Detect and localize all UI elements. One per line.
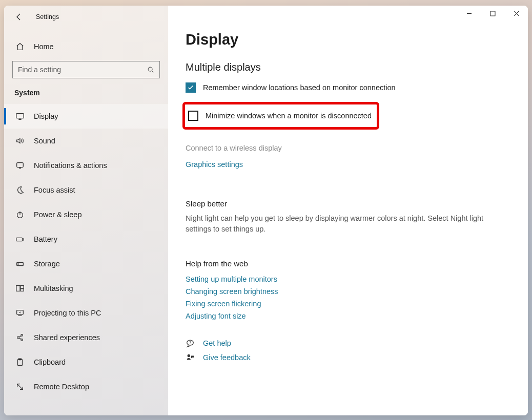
- svg-rect-16: [490, 11, 495, 16]
- speaker-icon: [15, 136, 25, 145]
- sidebar-item-label: Battery: [34, 235, 57, 243]
- highlighted-option: Minimize windows when a monitor is disco…: [182, 102, 379, 130]
- page-title: Display: [186, 31, 510, 48]
- help-link-font-size[interactable]: Adjusting font size: [186, 312, 510, 320]
- help-from-web-heading: Help from the web: [186, 259, 510, 268]
- battery-icon: [15, 235, 25, 244]
- sidebar: Settings Home Find a setting System Disp…: [4, 6, 168, 415]
- give-feedback-link[interactable]: Give feedback: [186, 353, 510, 362]
- sidebar-item-focus[interactable]: Focus assist: [4, 178, 168, 202]
- multiple-displays-heading: Multiple displays: [186, 61, 510, 73]
- notification-icon: [15, 161, 25, 170]
- main-pane: Display Multiple displays Remember windo…: [168, 6, 528, 415]
- sidebar-item-display[interactable]: Display: [4, 104, 168, 129]
- sidebar-item-storage[interactable]: Storage: [4, 251, 168, 276]
- svg-rect-14: [18, 360, 23, 366]
- checkbox-label: Minimize windows when a monitor is disco…: [206, 112, 372, 120]
- sidebar-item-label: Shared experiences: [34, 333, 100, 342]
- connect-wireless-display-link[interactable]: Connect to a wireless display: [186, 144, 510, 152]
- back-button[interactable]: [14, 12, 24, 22]
- home-icon: [15, 42, 25, 51]
- minimize-button[interactable]: [457, 6, 481, 21]
- search-input[interactable]: Find a setting: [12, 61, 160, 78]
- remote-icon: [15, 382, 25, 391]
- svg-text:?: ?: [189, 341, 191, 344]
- clipboard-icon: [15, 358, 25, 367]
- sidebar-item-shared[interactable]: Shared experiences: [4, 325, 168, 350]
- svg-rect-8: [21, 286, 24, 288]
- nav-list: Display Sound Notifications & actions Fo…: [4, 104, 168, 399]
- sidebar-item-label: Projecting to this PC: [34, 309, 101, 317]
- close-button[interactable]: [504, 6, 528, 21]
- power-icon: [15, 210, 25, 219]
- svg-rect-9: [21, 289, 24, 291]
- search-wrap: Find a setting: [4, 59, 168, 83]
- sidebar-item-power[interactable]: Power & sleep: [4, 202, 168, 227]
- sidebar-item-label: Storage: [34, 260, 60, 268]
- home-label: Home: [34, 43, 54, 51]
- sidebar-item-label: Display: [34, 112, 58, 120]
- titlebar-left: Settings: [4, 6, 168, 28]
- shared-icon: [15, 333, 25, 342]
- multitask-icon: [15, 284, 25, 293]
- content-area: Display Multiple displays Remember windo…: [168, 6, 528, 367]
- storage-icon: [15, 259, 25, 268]
- feedback-icon: [186, 353, 195, 362]
- section-label: System: [4, 83, 168, 104]
- sidebar-item-projecting[interactable]: Projecting to this PC: [4, 301, 168, 325]
- sidebar-item-label: Clipboard: [34, 358, 66, 366]
- monitor-icon: [15, 112, 25, 121]
- project-icon: [15, 308, 25, 318]
- help-link-multiple-monitors[interactable]: Setting up multiple monitors: [186, 275, 510, 283]
- svg-rect-2: [17, 163, 24, 167]
- give-feedback-label: Give feedback: [203, 353, 251, 362]
- get-help-label: Get help: [203, 339, 231, 347]
- sleep-better-heading: Sleep better: [186, 199, 510, 208]
- sidebar-item-label: Sound: [34, 137, 55, 145]
- sidebar-item-remote[interactable]: Remote Desktop: [4, 374, 168, 399]
- svg-point-6: [18, 264, 18, 264]
- checkbox-remember-window-locations[interactable]: Remember window locations based on monit…: [186, 82, 510, 93]
- maximize-button[interactable]: [481, 6, 504, 21]
- svg-rect-1: [16, 114, 24, 118]
- checkbox-unchecked-icon: [188, 111, 198, 121]
- sidebar-item-clipboard[interactable]: Clipboard: [4, 350, 168, 374]
- sidebar-item-label: Multitasking: [34, 284, 73, 292]
- sidebar-item-multitasking[interactable]: Multitasking: [4, 276, 168, 301]
- svg-rect-7: [16, 286, 20, 291]
- get-help-link[interactable]: ? Get help: [186, 339, 510, 348]
- checkbox-minimize-on-disconnect[interactable]: Minimize windows when a monitor is disco…: [188, 111, 372, 121]
- svg-rect-4: [16, 238, 23, 241]
- sidebar-item-label: Notifications & actions: [34, 161, 107, 170]
- sidebar-item-notifications[interactable]: Notifications & actions: [4, 153, 168, 178]
- window-controls: [457, 6, 528, 22]
- search-placeholder: Find a setting: [18, 66, 61, 74]
- settings-window: Settings Home Find a setting System Disp…: [4, 6, 528, 415]
- sidebar-item-label: Remote Desktop: [34, 383, 89, 391]
- svg-point-0: [148, 67, 152, 71]
- help-icon: ?: [186, 339, 195, 348]
- sidebar-item-label: Focus assist: [34, 186, 75, 194]
- svg-point-11: [17, 337, 19, 339]
- sleep-better-body: Night light can help you get to sleep by…: [186, 213, 510, 235]
- search-icon: [147, 66, 154, 73]
- sidebar-item-battery[interactable]: Battery: [4, 227, 168, 251]
- help-link-flickering[interactable]: Fixing screen flickering: [186, 300, 510, 308]
- help-link-brightness[interactable]: Changing screen brightness: [186, 287, 510, 296]
- graphics-settings-link[interactable]: Graphics settings: [186, 160, 510, 169]
- moon-icon: [15, 185, 25, 195]
- svg-point-19: [188, 354, 190, 357]
- app-title: Settings: [36, 13, 59, 20]
- checkbox-label: Remember window locations based on monit…: [203, 83, 396, 92]
- help-links: Setting up multiple monitors Changing sc…: [186, 275, 510, 320]
- checkbox-checked-icon: [186, 82, 196, 93]
- sidebar-item-home[interactable]: Home: [4, 34, 168, 59]
- sidebar-item-label: Power & sleep: [34, 211, 82, 219]
- sidebar-item-sound[interactable]: Sound: [4, 129, 168, 153]
- footer-links: ? Get help Give feedback: [186, 339, 510, 362]
